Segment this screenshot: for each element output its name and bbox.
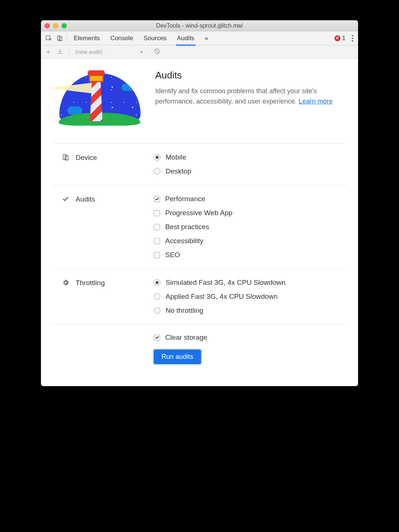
audit-option-best-practices[interactable]: Best practices (154, 223, 347, 231)
option-label: Desktop (166, 167, 191, 175)
device-icon (62, 154, 70, 161)
option-label: Simulated Fast 3G, 4x CPU Slowdown (166, 279, 285, 287)
option-label: No throttling (166, 307, 203, 315)
audits-label: Audits (76, 195, 95, 203)
lighthouse-illustration (52, 70, 140, 132)
check-icon (62, 195, 70, 203)
checkbox-icon (154, 238, 160, 244)
tab-elements[interactable]: Elements (74, 32, 100, 45)
error-icon: ✕ (334, 35, 340, 41)
option-label: Mobile (166, 153, 186, 161)
tab-audits[interactable]: Audits (177, 32, 194, 45)
option-label: Progressive Web App (165, 209, 232, 217)
option-label: Performance (165, 195, 205, 203)
minimize-window-button[interactable] (53, 23, 58, 28)
tab-sources[interactable]: Sources (143, 32, 166, 45)
device-option-mobile[interactable]: Mobile (154, 153, 347, 161)
radio-icon (154, 168, 160, 175)
device-toggle-icon[interactable] (54, 35, 65, 42)
settings-menu-button[interactable] (349, 34, 356, 43)
inspect-element-icon[interactable] (43, 35, 54, 42)
tab-console[interactable]: Console (110, 32, 133, 45)
device-option-desktop[interactable]: Desktop (154, 167, 347, 175)
titlebar: DevTools - wind-sprout.glitch.me/ (41, 20, 358, 31)
devtools-window: DevTools - wind-sprout.glitch.me/ Elemen… (41, 20, 358, 386)
run-row: Clear storage Run audits (52, 324, 347, 368)
option-label: SEO (165, 251, 180, 259)
option-label: Best practices (165, 223, 209, 231)
checkbox-icon (154, 252, 160, 258)
audit-option-seo[interactable]: SEO (154, 251, 347, 259)
throttling-option-none[interactable]: No throttling (154, 307, 347, 315)
throttling-label: Throttling (76, 279, 105, 287)
option-label: Applied Fast 3G, 4x CPU Slowdown (166, 293, 278, 301)
throttling-option-simulated[interactable]: Simulated Fast 3G, 4x CPU Slowdown (154, 279, 347, 287)
audit-select[interactable]: (new audit) ▼ (75, 49, 143, 55)
learn-more-link[interactable]: Learn more (299, 98, 333, 105)
window-title: DevTools - wind-sprout.glitch.me/ (41, 22, 358, 29)
gear-icon (62, 279, 70, 286)
audits-panel: Audits Identify and fix common problems … (41, 59, 358, 386)
chevron-down-icon: ▼ (139, 50, 143, 54)
clear-icon[interactable] (154, 48, 160, 56)
tabs-overflow[interactable]: » (205, 32, 208, 45)
radio-icon (154, 154, 160, 161)
devtools-tabstrip: Elements Console Sources Audits » ✕ 1 (41, 31, 358, 45)
audit-option-performance[interactable]: Performance (154, 195, 347, 203)
radio-icon (154, 307, 160, 314)
checkbox-icon (154, 210, 160, 216)
new-audit-icon[interactable]: ＋ (45, 47, 52, 57)
zoom-window-button[interactable] (62, 23, 67, 28)
audit-select-label: (new audit) (75, 49, 103, 55)
radio-icon (154, 293, 160, 300)
audit-option-accessibility[interactable]: Accessibility (154, 237, 347, 245)
page-description: Identify and fix common problems that af… (155, 86, 347, 107)
separator (69, 48, 69, 56)
download-icon[interactable] (57, 48, 63, 55)
section-throttling: Throttling Simulated Fast 3G, 4x CPU Slo… (52, 269, 347, 324)
device-label: Device (76, 154, 97, 162)
window-controls (45, 23, 67, 28)
hero: Audits Identify and fix common problems … (52, 70, 347, 143)
page-title: Audits (155, 70, 347, 81)
option-label: Clear storage (165, 333, 207, 342)
checkbox-icon (154, 196, 160, 202)
throttling-option-applied[interactable]: Applied Fast 3G, 4x CPU Slowdown (154, 293, 347, 301)
audits-toolbar: ＋ (new audit) ▼ (41, 45, 358, 59)
audit-option-pwa[interactable]: Progressive Web App (154, 209, 347, 217)
close-window-button[interactable] (45, 23, 50, 28)
run-audits-button[interactable]: Run audits (154, 350, 201, 364)
separator (67, 34, 67, 42)
checkbox-icon (154, 224, 160, 230)
panel-tabs: Elements Console Sources Audits » (74, 32, 208, 45)
checkbox-icon (154, 335, 160, 341)
section-device: Device Mobile Desktop (52, 143, 347, 185)
desc-text: Identify and fix common problems that af… (155, 87, 317, 105)
option-label: Accessibility (165, 237, 203, 245)
error-count: 1 (342, 35, 346, 42)
section-audits: Audits Performance Progressive Web App B… (52, 185, 347, 269)
radio-icon (154, 279, 160, 286)
error-badge[interactable]: ✕ 1 (334, 35, 346, 42)
clear-storage-option[interactable]: Clear storage (154, 333, 347, 342)
